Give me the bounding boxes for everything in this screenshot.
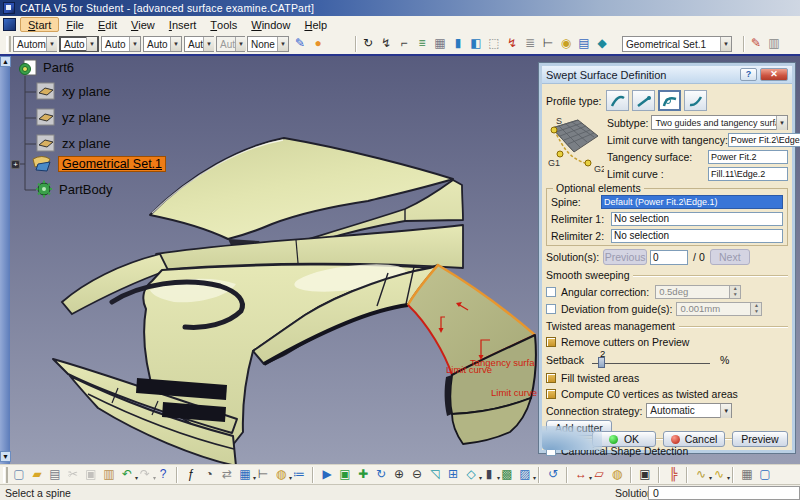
relimiter2-field[interactable]: No selection [611,229,783,243]
rotate-icon[interactable]: ↻ [373,466,389,483]
document-icon[interactable] [3,18,16,31]
lock-icon[interactable]: ◍▾ [273,466,289,483]
combo-6[interactable]: Aut▼ [216,36,245,52]
data-table-icon[interactable]: ▦▾ [237,466,253,483]
setback-slider-handle[interactable] [598,357,605,368]
catalog-icon[interactable]: ▦ [739,466,755,483]
pad-icon[interactable]: ▮ [450,35,466,52]
solution-field[interactable]: 0 [648,486,800,500]
print-icon[interactable]: ▤ [47,466,63,483]
stack-icon[interactable]: ≣ [522,35,538,52]
scroll-up-arrow[interactable]: ▲ [0,56,11,67]
list-icon[interactable]: ▤ [576,35,592,52]
pan-icon[interactable]: ✚ [355,466,371,483]
shading-icon[interactable]: ▮▾ [481,466,497,483]
limit-curve-field[interactable]: Fill.11\Edge.2 [708,167,788,181]
spine-field[interactable]: Default (Power Fit.2\Edge.1) [601,195,783,209]
cube-icon[interactable]: ◧ [468,35,484,52]
connection-strategy-combo[interactable]: Automatic▼ [646,403,732,418]
selection-frame-icon[interactable]: ⬚ [486,35,502,52]
view-mode2-icon[interactable]: ▨▾ [517,466,533,483]
partial-icon[interactable]: ▥ [766,35,782,52]
local-axis-icon[interactable]: ⌐ [396,35,412,52]
redo-icon[interactable]: ↷▾ [137,466,153,483]
solution-count-field[interactable]: 0 [650,250,688,265]
search-icon[interactable]: ◉ [558,35,574,52]
deviation-spinner[interactable]: 0.001mm▲▼ [676,302,762,316]
viewport-left-scrollbar[interactable] [0,56,10,464]
bolt-icon[interactable]: ↯ [504,35,520,52]
combo-3[interactable]: Auto▼ [101,36,141,52]
mass-properties-icon[interactable]: ◍ [609,466,625,483]
combo-5[interactable]: Aut▼ [184,36,214,52]
menu-tools[interactable]: Tools [203,17,244,32]
view-mode-icon[interactable]: ▩ [499,466,515,483]
product-tree-icon[interactable]: ⊢ [255,466,271,483]
profile-circle-button[interactable] [658,90,681,111]
iso-view-icon[interactable]: ◇▾ [463,466,479,483]
combo-4[interactable]: Auto▼ [143,36,182,52]
dialog-close-button[interactable]: ✕ [760,68,788,81]
tree-item-partbody[interactable]: PartBody [34,180,112,198]
relations-icon[interactable]: ≔ [291,466,307,483]
cut-icon[interactable]: ✂ [65,466,81,483]
context-help-icon[interactable]: ? [155,466,171,483]
menu-view[interactable]: View [124,17,162,32]
tree-structure-icon[interactable]: ⊢ [540,35,556,52]
tree-item-xy-plane[interactable]: xy plane [36,82,110,100]
swap-icon[interactable]: ⇄ [219,466,235,483]
menu-insert[interactable]: Insert [162,17,204,32]
remove-cutters-checkbox[interactable] [546,337,556,347]
paste-icon[interactable]: ▥ [101,466,117,483]
next-button[interactable]: Next [710,249,750,265]
paint-brush-icon[interactable]: ✎ [292,35,308,52]
previous-button[interactable]: Previous [603,249,647,265]
subtype-combo[interactable]: Two guides and tangency surface▼ [651,115,788,130]
multi-view-icon[interactable]: ⊞ [445,466,461,483]
relimiter1-field[interactable]: No selection [611,212,783,226]
compute-c0-checkbox[interactable] [546,389,556,399]
axis-system-icon[interactable]: ↯ [378,35,394,52]
comment-icon[interactable]: ◔ [201,466,217,483]
deviation-checkbox[interactable] [546,304,556,314]
menu-window[interactable]: Window [244,17,297,32]
tree-item-geometrical-set[interactable]: Geometrical Set.1 [30,154,166,174]
snapshot-icon[interactable]: ▣ [637,466,653,483]
profile-conic-button[interactable] [684,90,707,111]
open-folder-icon[interactable]: ▰ [29,466,45,483]
brush-red-icon[interactable]: ✎ [748,35,764,52]
undo-icon[interactable]: ↶▾ [119,466,135,483]
surface-style-icon[interactable]: ∿▾ [693,466,709,483]
cancel-button[interactable]: Cancel [663,431,725,447]
tree-item-yz-plane[interactable]: yz plane [36,108,110,126]
profile-explicit-button[interactable] [606,90,629,111]
measure-between-icon[interactable]: ↔▾ [573,466,589,483]
copy-icon[interactable]: ▣ [83,466,99,483]
zoom-out-icon[interactable]: ⊖ [409,466,425,483]
setback-slider[interactable]: 2 [592,351,710,369]
turntable-icon[interactable]: ↺ [545,466,561,483]
diamond-icon[interactable]: ◆ [594,35,610,52]
combo-7[interactable]: None▼ [247,36,289,52]
fly-mode-icon[interactable]: ▶ [319,466,335,483]
menu-help[interactable]: Help [297,17,334,32]
surface-style2-icon[interactable]: ∿▾ [711,466,727,483]
frame-icon[interactable]: ▢ [757,466,773,483]
grid-icon[interactable]: ▦ [432,35,448,52]
angular-correction-checkbox[interactable] [546,287,556,297]
tangency-surface-field[interactable]: Power Fit.2 [708,150,788,164]
new-document-icon[interactable]: ▢ [11,466,27,483]
angular-correction-spinner[interactable]: 0.5deg▲▼ [655,285,741,299]
combo-2[interactable]: Auto▼ [59,36,99,52]
scroll-down-arrow[interactable]: ▼ [0,451,11,462]
tree-item-zx-plane[interactable]: zx plane [36,134,110,152]
fx-function-icon[interactable]: ƒ [183,466,199,483]
dialog-title-bar[interactable]: Swept Surface Definition ? ✕ [542,66,792,84]
preview-button[interactable]: Preview [732,431,788,447]
menu-file[interactable]: File [59,17,91,32]
layers-icon[interactable]: ≡ [414,35,430,52]
tree-expand-geoset[interactable]: + [11,160,20,169]
fit-all-icon[interactable]: ▣ [337,466,353,483]
fill-twisted-checkbox[interactable] [546,373,556,383]
combo-1[interactable]: Autom▼ [13,36,57,52]
